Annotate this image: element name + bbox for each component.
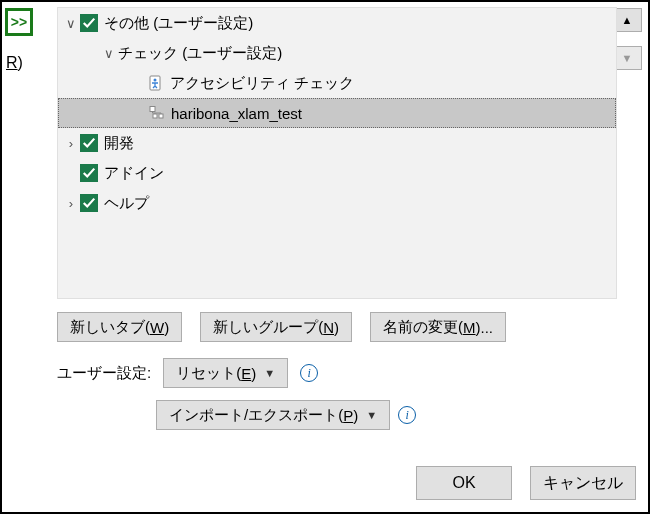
dialog-frame: >> R) ▲ ▼ ∨ その他 (ユーザー設定) ∨ チェック (ユーザー設定) xyxy=(0,0,650,514)
svg-rect-4 xyxy=(159,114,163,118)
add-button[interactable]: >> xyxy=(5,8,33,36)
new-group-button[interactable]: 新しいグループ(N) xyxy=(200,312,352,342)
ribbon-tree[interactable]: ∨ その他 (ユーザー設定) ∨ チェック (ユーザー設定) アクセシビリティ … xyxy=(57,7,617,299)
rename-button[interactable]: 名前の変更(M)... xyxy=(370,312,506,342)
tree-item-haribona[interactable]: haribona_xlam_test xyxy=(58,98,616,128)
chevron-down-icon: ▼ xyxy=(264,367,275,379)
chevron-down-icon[interactable]: ∨ xyxy=(100,46,118,61)
tree-label: その他 (ユーザー設定) xyxy=(104,14,253,33)
cancel-button[interactable]: キャンセル xyxy=(530,466,636,500)
user-settings-row: ユーザー設定: リセット(E) ▼ i xyxy=(57,358,318,388)
tree-label: haribona_xlam_test xyxy=(171,105,302,122)
checkbox-checked-icon[interactable] xyxy=(80,14,98,32)
ok-button[interactable]: OK xyxy=(416,466,512,500)
user-settings-label: ユーザー設定: xyxy=(57,364,151,383)
checkbox-checked-icon[interactable] xyxy=(80,194,98,212)
tree-label: アドイン xyxy=(104,164,164,183)
chevron-down-icon[interactable]: ∨ xyxy=(62,16,80,31)
tree-item-dev[interactable]: › 開発 xyxy=(58,128,616,158)
info-icon[interactable]: i xyxy=(300,364,318,382)
tree-label: 開発 xyxy=(104,134,134,153)
tree-item-addin[interactable]: アドイン xyxy=(58,158,616,188)
import-export-dropdown[interactable]: インポート/エクスポート(P) ▼ xyxy=(156,400,390,430)
svg-rect-2 xyxy=(150,107,155,112)
tree-item-help[interactable]: › ヘルプ xyxy=(58,188,616,218)
macro-module-icon xyxy=(147,104,165,122)
chevron-right-icon[interactable]: › xyxy=(62,196,80,211)
tree-item-other[interactable]: ∨ その他 (ユーザー設定) xyxy=(58,8,616,38)
tree-item-accessibility[interactable]: アクセシビリティ チェック xyxy=(58,68,616,98)
svg-rect-3 xyxy=(153,114,157,118)
tree-item-check-group[interactable]: ∨ チェック (ユーザー設定) xyxy=(58,38,616,68)
tree-label: ヘルプ xyxy=(104,194,149,213)
accessibility-icon xyxy=(146,74,164,92)
svg-point-1 xyxy=(154,79,157,82)
tab-action-row: 新しいタブ(W) 新しいグループ(N) 名前の変更(M)... xyxy=(57,312,506,342)
add-button-label: >> xyxy=(11,14,27,30)
ok-button-label: OK xyxy=(452,474,475,492)
tree-label: アクセシビリティ チェック xyxy=(170,74,354,93)
include-r-label: R) xyxy=(6,54,23,72)
dialog-footer: OK キャンセル xyxy=(416,466,636,500)
new-tab-button[interactable]: 新しいタブ(W) xyxy=(57,312,182,342)
chevron-right-icon[interactable]: › xyxy=(62,136,80,151)
chevron-down-icon: ▼ xyxy=(366,409,377,421)
checkbox-checked-icon[interactable] xyxy=(80,164,98,182)
info-icon[interactable]: i xyxy=(398,406,416,424)
import-export-row: インポート/エクスポート(P) ▼ i xyxy=(156,400,416,430)
cancel-button-label: キャンセル xyxy=(543,473,623,494)
checkbox-checked-icon[interactable] xyxy=(80,134,98,152)
reset-dropdown[interactable]: リセット(E) ▼ xyxy=(163,358,288,388)
tree-label: チェック (ユーザー設定) xyxy=(118,44,282,63)
